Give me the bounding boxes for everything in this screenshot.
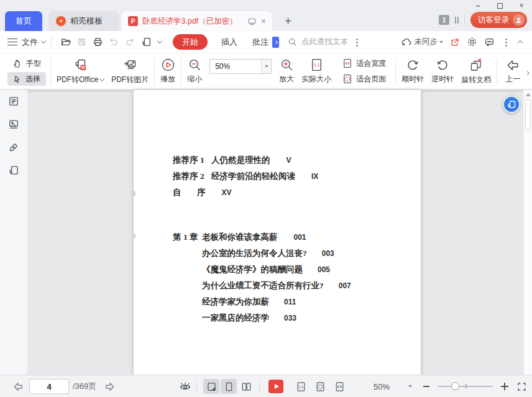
rotate-document-button[interactable]: 旋转文档 xyxy=(457,58,495,85)
export-word-panel-icon[interactable] xyxy=(8,165,19,176)
fit-page-status-icon[interactable] xyxy=(315,381,326,392)
rotate-cw-label: 顺时针 xyxy=(401,74,424,84)
sync-caret-icon[interactable] xyxy=(439,41,443,43)
zoom-caret-icon[interactable] xyxy=(408,385,412,388)
fit-page-icon xyxy=(342,74,352,84)
pdf-to-image-label: PDF转图片 xyxy=(111,75,149,85)
zoom-in-button[interactable]: 放大 xyxy=(275,58,298,84)
rotate-clockwise-button[interactable]: 顺时针 xyxy=(398,58,428,84)
document-canvas[interactable]: 推荐序 1 人仍然是理性的 V 推荐序 2 经济学前沿的轻松阅读 IX 自 序 … xyxy=(27,90,532,375)
page-number-input[interactable] xyxy=(29,379,69,394)
hand-tool-button[interactable]: 手型 xyxy=(7,57,46,70)
slideshow-play-button[interactable] xyxy=(268,380,283,393)
share-icon[interactable] xyxy=(450,37,460,47)
view-single-page-button[interactable] xyxy=(221,379,237,394)
view-facing-pages-button[interactable] xyxy=(238,379,254,394)
zoom-minus-button[interactable] xyxy=(423,386,429,387)
fit-page-button[interactable]: 适合页面 xyxy=(337,72,391,86)
window-stack-icon[interactable] xyxy=(455,17,459,24)
start-tab[interactable]: 开始 xyxy=(173,34,208,50)
export-to-word-icon[interactable] xyxy=(138,34,154,50)
window-count-badge[interactable]: 1 xyxy=(439,15,449,25)
zoom-percent-label[interactable]: 50% xyxy=(374,382,390,391)
annotate-tab[interactable]: 批注 xyxy=(252,37,268,48)
previous-page-label: 上一 xyxy=(505,74,520,84)
divider xyxy=(154,58,155,84)
new-tab-button[interactable]: + xyxy=(281,11,295,31)
fullscreen-icon[interactable] xyxy=(516,381,527,392)
search-options-kebab-icon[interactable] xyxy=(352,37,361,47)
actual-size-button[interactable]: 1:1 实际大小 xyxy=(298,58,335,84)
slider-knob[interactable] xyxy=(451,382,459,390)
chevron-down-icon xyxy=(99,76,104,81)
rotate-ccw-label: 逆时针 xyxy=(431,74,454,84)
find-text-field[interactable]: 点此查找文本 xyxy=(288,37,361,47)
file-menu[interactable]: 文件 xyxy=(22,37,38,48)
annotate-more-chevron[interactable] xyxy=(272,37,279,48)
images-panel-icon[interactable] xyxy=(8,119,19,130)
rotate-document-label: 旋转文档 xyxy=(461,75,491,85)
visitor-login-button[interactable]: 访客登录 xyxy=(470,12,527,28)
scrollbar-thumb[interactable] xyxy=(525,99,531,131)
undo-button[interactable] xyxy=(106,34,122,50)
tab-home-label: 首页 xyxy=(16,16,32,27)
actual-size-icon: 1:1 xyxy=(310,58,324,72)
zoom-slider[interactable] xyxy=(438,382,493,391)
collapse-ribbon-chevron-icon[interactable] xyxy=(518,39,522,45)
select-tool-button[interactable]: 选择 xyxy=(7,72,46,86)
outline-panel-icon[interactable] xyxy=(8,96,19,107)
actual-size-label: 实际大小 xyxy=(301,74,331,84)
zoom-in-label: 放大 xyxy=(279,74,294,84)
zoom-plus-button[interactable] xyxy=(501,383,508,390)
close-window-button[interactable]: × xyxy=(517,1,526,10)
zoom-level-combobox[interactable]: 50% xyxy=(209,59,272,74)
hamburger-menu-icon[interactable] xyxy=(7,39,17,46)
previous-page-arrow-icon[interactable] xyxy=(12,381,24,393)
sync-status-label[interactable]: 未同步 xyxy=(415,37,438,47)
more-options-kebab-icon[interactable] xyxy=(502,37,510,47)
export-more-chevron-icon[interactable] xyxy=(154,34,165,50)
view-facing-pages-icon xyxy=(241,381,252,392)
gear-icon[interactable] xyxy=(467,37,477,47)
close-tab-icon[interactable]: × xyxy=(261,16,266,26)
section-page: 003 xyxy=(322,249,334,258)
file-menu-chevron-icon[interactable] xyxy=(41,39,46,43)
maximize-button[interactable] xyxy=(495,1,504,10)
zoom-out-button[interactable]: 缩小 xyxy=(183,58,206,84)
print-button[interactable] xyxy=(89,34,106,50)
toc-row: 自 序 XV xyxy=(134,187,421,203)
insert-tab[interactable]: 插入 xyxy=(221,37,237,48)
tab-strip: 首页 稻壳模板 P 卧底经济学3.pdf（已加密） × + xyxy=(5,11,295,31)
minimize-button[interactable]: – xyxy=(474,1,482,10)
play-button[interactable]: 播放 xyxy=(157,58,179,84)
monitor-icon[interactable] xyxy=(247,17,257,26)
actual-size-status-icon[interactable]: 1:1 xyxy=(296,381,306,392)
redo-button[interactable] xyxy=(122,34,138,50)
next-page-arrow-icon[interactable] xyxy=(104,381,116,393)
tab-docer-templates[interactable]: 稻壳模板 xyxy=(48,11,119,31)
view-continuous-button[interactable] xyxy=(203,379,219,394)
view-single-page-icon xyxy=(224,381,234,392)
toc-front-matter: 推荐序 1 人仍然是理性的 V 推荐序 2 经济学前沿的轻松阅读 IX 自 序 … xyxy=(134,155,421,203)
save-button[interactable] xyxy=(73,34,89,50)
vertical-scrollbar[interactable] xyxy=(523,90,532,375)
tab-document[interactable]: P 卧底经济学3.pdf（已加密） × xyxy=(122,11,272,31)
fit-width-status-icon[interactable] xyxy=(334,381,345,392)
pdf-to-office-button[interactable]: W PDF转Office xyxy=(53,58,108,85)
tab-home[interactable]: 首页 xyxy=(5,11,42,31)
rotate-counterclockwise-button[interactable]: 逆时针 xyxy=(428,58,457,84)
fit-width-button[interactable]: 适合宽度 xyxy=(337,57,391,70)
zoom-dropdown-button[interactable] xyxy=(261,60,271,73)
zoom-in-icon xyxy=(280,58,294,72)
sign-pen-panel-icon[interactable] xyxy=(8,142,19,153)
pdf-to-word-float-button[interactable] xyxy=(503,96,520,113)
pdf-to-image-button[interactable]: PDF转图片 xyxy=(108,58,152,85)
open-file-button[interactable] xyxy=(57,34,73,50)
previous-page-button[interactable]: 上一 xyxy=(499,58,526,84)
toolbar-expand-chevron-icon[interactable] xyxy=(523,65,531,80)
eye-protection-icon[interactable] xyxy=(179,380,191,393)
scroll-up-arrow-icon[interactable] xyxy=(526,93,531,96)
section-row: 办公室的生活为何令人沮丧? 003 xyxy=(134,248,421,264)
cloud-unsynced-icon[interactable] xyxy=(401,37,411,47)
comment-bubble-icon[interactable] xyxy=(484,37,495,47)
